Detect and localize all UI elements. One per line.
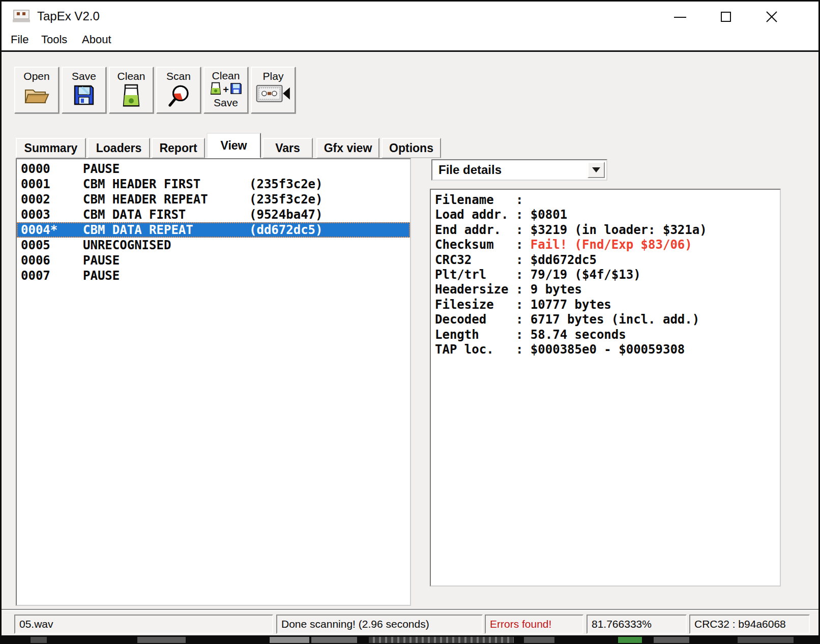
tab-summary-label: Summary bbox=[24, 141, 78, 155]
detail-value: $3219 (in loader: $321a) bbox=[531, 223, 707, 237]
block-number: 0001 bbox=[21, 177, 83, 192]
tab-report-label: Report bbox=[159, 141, 197, 155]
detail-line-end-addr: End addr. : $3219 (in loader: $321a) bbox=[435, 223, 780, 238]
menu-file[interactable]: File bbox=[8, 32, 32, 47]
detail-line-filename: Filename : bbox=[435, 193, 780, 208]
status-percent-text: 81.766333% bbox=[592, 618, 652, 630]
block-list: 0000PAUSE 0001CBM HEADER FIRST(235f3c2e)… bbox=[16, 158, 411, 606]
app-cassette-icon bbox=[13, 9, 32, 25]
taskbar-segment bbox=[369, 637, 514, 643]
block-crc: (235f3c2e) bbox=[249, 177, 323, 191]
block-number: 0002 bbox=[21, 192, 83, 207]
tab-loaders[interactable]: Loaders bbox=[87, 138, 150, 158]
block-type: CBM DATA REPEAT bbox=[83, 222, 249, 238]
detail-value: 6717 bytes (incl. add.) bbox=[531, 312, 699, 327]
block-number: 0005 bbox=[21, 238, 83, 253]
play-button-label: Play bbox=[252, 70, 295, 82]
tab-vars[interactable]: Vars bbox=[262, 138, 313, 158]
play-cassette-icon bbox=[252, 84, 295, 105]
detail-label: Plt/trl : bbox=[435, 268, 531, 282]
detail-label: Checksum : bbox=[435, 238, 531, 252]
detail-label: Filesize : bbox=[435, 298, 531, 312]
minimize-icon bbox=[672, 9, 688, 24]
tab-gfx-view[interactable]: Gfx view bbox=[316, 138, 379, 158]
tab-options[interactable]: Options bbox=[382, 138, 441, 158]
list-item[interactable]: 0003CBM DATA FIRST(9524ba47) bbox=[17, 207, 410, 222]
block-crc: (9524ba47) bbox=[249, 208, 323, 222]
block-type: CBM DATA FIRST bbox=[83, 207, 249, 222]
detail-value: 10777 bytes bbox=[531, 298, 611, 312]
list-item[interactable]: 0000PAUSE bbox=[17, 161, 410, 177]
mini-floppy-icon bbox=[230, 82, 242, 97]
list-item[interactable]: 0006PAUSE bbox=[17, 253, 410, 268]
taskbar-segment bbox=[524, 637, 554, 643]
detail-label: TAP loc. : bbox=[435, 342, 531, 357]
maximize-icon bbox=[718, 9, 734, 24]
detail-line-length: Length : 58.74 seconds bbox=[435, 328, 780, 342]
scan-button[interactable]: Scan bbox=[156, 67, 201, 113]
minimize-button[interactable] bbox=[669, 7, 691, 27]
tab-report[interactable]: Report bbox=[152, 138, 205, 158]
scan-magnifier-icon bbox=[157, 84, 200, 109]
play-button[interactable]: Play bbox=[251, 67, 296, 113]
mini-beaker-icon bbox=[210, 82, 222, 97]
list-item[interactable]: 0002CBM HEADER REPEAT(235f3c2e) bbox=[17, 192, 410, 207]
scan-button-label: Scan bbox=[157, 70, 200, 82]
detail-label: Load addr. : bbox=[435, 208, 531, 222]
save-button-label: Save bbox=[63, 70, 105, 82]
close-button[interactable] bbox=[760, 7, 783, 27]
screen: TapEx V2.0 File Tools About Open bbox=[0, 0, 820, 644]
list-item[interactable]: 0005UNRECOGNISED bbox=[17, 238, 410, 253]
detail-value: 9 bytes bbox=[531, 282, 582, 297]
block-type: UNRECOGNISED bbox=[83, 238, 249, 253]
list-item[interactable]: 0007PAUSE bbox=[17, 268, 410, 283]
save-button[interactable]: Save bbox=[62, 67, 106, 113]
status-crc32-text: CRC32 : b94a6068 bbox=[694, 618, 786, 630]
detail-value: 58.74 seconds bbox=[531, 328, 626, 342]
tab-options-label: Options bbox=[389, 141, 433, 155]
tab-gfx-view-label: Gfx view bbox=[324, 141, 372, 155]
block-type: PAUSE bbox=[83, 268, 249, 283]
detail-value-fail: Fail! (Fnd/Exp $83/06) bbox=[531, 238, 692, 252]
tab-loaders-label: Loaders bbox=[96, 141, 141, 155]
taskbar-segment bbox=[137, 637, 186, 643]
open-button-label: Open bbox=[15, 70, 58, 82]
block-crc: (235f3c2e) bbox=[249, 192, 323, 207]
status-crc32: CRC32 : b94a6068 bbox=[689, 614, 810, 634]
file-details-select[interactable]: File details bbox=[431, 159, 607, 181]
detail-label: Filename : bbox=[435, 193, 531, 207]
block-number: 0004* bbox=[21, 222, 83, 238]
clean-button[interactable]: Clean bbox=[109, 67, 154, 113]
detail-line-filesize: Filesize : 10777 bytes bbox=[435, 298, 780, 312]
menu-tools[interactable]: Tools bbox=[38, 32, 70, 47]
detail-value: $0801 bbox=[531, 208, 567, 222]
detail-value: $dd672dc5 bbox=[531, 253, 597, 267]
dropdown-arrow-button[interactable] bbox=[588, 162, 605, 178]
status-scan-text: Done scanning! (2.96 seconds) bbox=[281, 618, 429, 630]
taskbar-segment bbox=[618, 637, 642, 643]
detail-label: Headersize : bbox=[435, 282, 531, 297]
clean-beaker-icon bbox=[110, 84, 153, 109]
open-button[interactable]: Open bbox=[14, 67, 59, 113]
maximize-button[interactable] bbox=[715, 7, 737, 27]
clean-save-button[interactable]: Clean + Save bbox=[203, 67, 248, 113]
tab-summary[interactable]: Summary bbox=[16, 138, 86, 158]
list-item-selected[interactable]: 0004*CBM DATA REPEAT(dd672dc5) bbox=[17, 222, 410, 238]
clean-save-label-top: Clean bbox=[204, 70, 247, 82]
list-item[interactable]: 0001CBM HEADER FIRST(235f3c2e) bbox=[17, 177, 410, 192]
taskbar-segment bbox=[654, 637, 689, 643]
detail-line-load-addr: Load addr. : $0801 bbox=[435, 208, 780, 222]
clean-button-label: Clean bbox=[110, 70, 153, 82]
menu-about[interactable]: About bbox=[79, 32, 114, 47]
title-bar: TapEx V2.0 bbox=[2, 2, 818, 30]
detail-line-decoded: Decoded : 6717 bytes (incl. add.) bbox=[435, 312, 780, 327]
tab-view[interactable]: View bbox=[207, 133, 261, 158]
taskbar-segment bbox=[738, 637, 794, 643]
detail-line-plt-trl: Plt/trl : 79/19 ($4f/$13) bbox=[435, 268, 780, 282]
taskbar-strip bbox=[0, 636, 820, 644]
detail-label: CRC32 : bbox=[435, 253, 531, 267]
open-folder-icon bbox=[15, 84, 58, 108]
detail-line-checksum: Checksum : Fail! (Fnd/Exp $83/06) bbox=[435, 238, 780, 252]
plus-sign: + bbox=[223, 84, 229, 96]
status-percent: 81.766333% bbox=[587, 614, 687, 634]
